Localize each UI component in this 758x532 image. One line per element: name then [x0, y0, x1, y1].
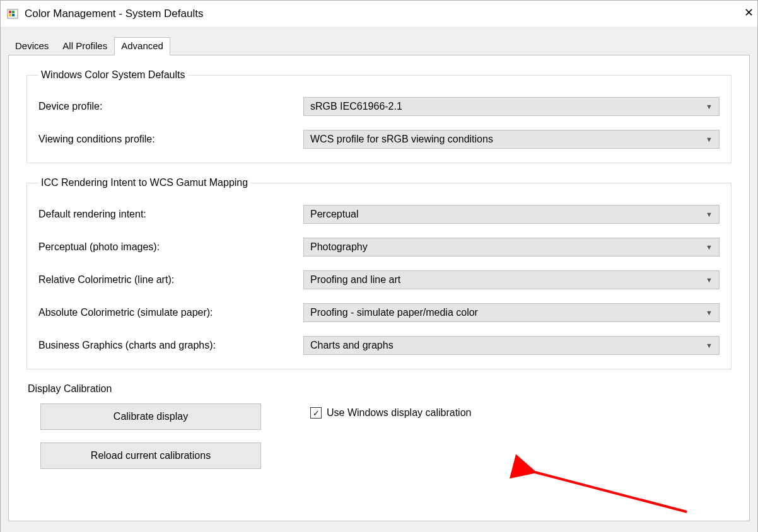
- reload-calibrations-button[interactable]: Reload current calibrations: [40, 442, 261, 469]
- group-legend: Windows Color System Defaults: [38, 69, 188, 81]
- chevron-down-icon: ▼: [706, 309, 713, 316]
- row-relative-colorimetric: Relative Colorimetric (line art): Proofi…: [38, 270, 720, 289]
- svg-rect-4: [12, 14, 15, 16]
- tab-all-profiles[interactable]: All Profiles: [55, 37, 114, 55]
- display-calibration-legend: Display Calibration: [28, 383, 732, 395]
- default-intent-label: Default rendering intent:: [38, 209, 303, 220]
- row-viewing-conditions: Viewing conditions profile: WCS profile …: [38, 130, 720, 149]
- row-device-profile: Device profile: sRGB IEC61966-2.1 ▼: [38, 97, 720, 116]
- svg-rect-1: [9, 11, 11, 13]
- svg-line-5: [532, 471, 687, 512]
- default-intent-value: Perceptual: [310, 209, 359, 220]
- svg-rect-3: [9, 14, 11, 16]
- device-profile-combo[interactable]: sRGB IEC61966-2.1 ▼: [303, 97, 720, 116]
- business-combo[interactable]: Charts and graphs ▼: [303, 336, 720, 355]
- use-windows-calibration-checkbox[interactable]: ✓: [310, 407, 322, 419]
- row-perceptual: Perceptual (photo images): Photography ▼: [38, 238, 720, 257]
- use-windows-calibration-label: Use Windows display calibration: [327, 407, 471, 419]
- device-profile-value: sRGB IEC61966-2.1: [310, 101, 402, 112]
- viewing-conditions-label: Viewing conditions profile:: [38, 134, 303, 145]
- chevron-down-icon: ▼: [706, 136, 713, 143]
- absolute-combo[interactable]: Proofing - simulate paper/media color ▼: [303, 303, 720, 322]
- perceptual-label: Perceptual (photo images):: [38, 241, 303, 253]
- row-default-rendering-intent: Default rendering intent: Perceptual ▼: [38, 205, 720, 224]
- client-area: Devices All Profiles Advanced Windows Co…: [1, 28, 757, 532]
- absolute-label: Absolute Colorimetric (simulate paper):: [38, 307, 303, 318]
- viewing-conditions-combo[interactable]: WCS profile for sRGB viewing conditions …: [303, 130, 720, 149]
- app-icon: [7, 8, 20, 20]
- relative-label: Relative Colorimetric (line art):: [38, 274, 303, 286]
- group-icc-rendering-intent: ICC Rendering Intent to WCS Gamut Mappin…: [26, 177, 732, 369]
- chevron-down-icon: ▼: [706, 211, 713, 218]
- tab-advanced[interactable]: Advanced: [114, 37, 170, 55]
- tabstrip: Devices All Profiles Advanced: [1, 28, 757, 55]
- row-absolute-colorimetric: Absolute Colorimetric (simulate paper): …: [38, 303, 720, 322]
- titlebar: Color Management - System Defaults ✕: [1, 1, 757, 28]
- color-management-window: Color Management - System Defaults ✕ Dev…: [0, 0, 758, 532]
- svg-rect-2: [12, 11, 15, 13]
- relative-value: Proofing and line art: [310, 274, 400, 286]
- business-value: Charts and graphs: [310, 340, 394, 351]
- chevron-down-icon: ▼: [706, 276, 713, 284]
- calibrate-display-button[interactable]: Calibrate display: [40, 403, 261, 430]
- chevron-down-icon: ▼: [706, 243, 713, 251]
- group-legend: ICC Rendering Intent to WCS Gamut Mappin…: [38, 177, 250, 188]
- tabpage-advanced: Windows Color System Defaults Device pro…: [8, 55, 750, 521]
- perceptual-combo[interactable]: Photography ▼: [303, 238, 720, 257]
- calibration-buttons: Calibrate display Reload current calibra…: [40, 403, 261, 469]
- default-intent-combo[interactable]: Perceptual ▼: [303, 205, 720, 224]
- viewing-conditions-value: WCS profile for sRGB viewing conditions: [310, 134, 493, 145]
- row-business-graphics: Business Graphics (charts and graphs): C…: [38, 336, 720, 355]
- chevron-down-icon: ▼: [706, 342, 713, 349]
- business-label: Business Graphics (charts and graphs):: [38, 340, 303, 351]
- display-calibration-area: Calibrate display Reload current calibra…: [26, 401, 732, 469]
- device-profile-label: Device profile:: [38, 101, 303, 112]
- relative-combo[interactable]: Proofing and line art ▼: [303, 270, 720, 289]
- absolute-value: Proofing - simulate paper/media color: [310, 307, 478, 318]
- perceptual-value: Photography: [310, 241, 368, 253]
- close-icon[interactable]: ✕: [744, 7, 754, 18]
- tab-devices[interactable]: Devices: [8, 37, 55, 55]
- use-windows-calibration-row: ✓ Use Windows display calibration: [310, 407, 471, 419]
- chevron-down-icon: ▼: [706, 103, 713, 110]
- window-title: Color Management - System Defaults: [25, 8, 203, 20]
- group-windows-color-system-defaults: Windows Color System Defaults Device pro…: [26, 69, 732, 163]
